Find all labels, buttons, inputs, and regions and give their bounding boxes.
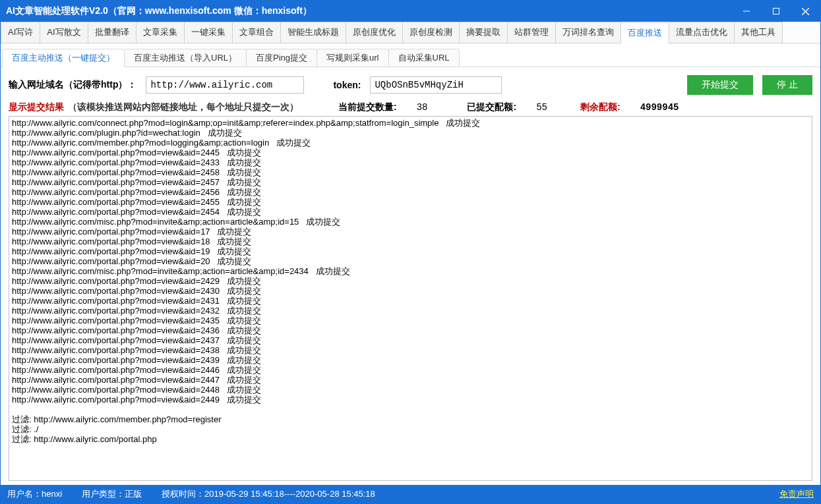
main-tab-1[interactable]: AI写散文: [40, 22, 88, 43]
disclaimer-link[interactable]: 免责声明: [779, 488, 814, 500]
log-output[interactable]: http://www.ailyric.com/connect.php?mod=l…: [9, 116, 812, 481]
sub-tab-3[interactable]: 写规则采集url: [317, 49, 388, 67]
log-line: http://www.ailyric.com/portal.php?mod=vi…: [12, 306, 809, 316]
start-submit-button[interactable]: 开始提交: [687, 75, 753, 95]
log-line: http://www.ailyric.com/portal.php?mod=vi…: [12, 316, 809, 325]
remain-quota-value: 4999945: [640, 102, 679, 113]
input-row: 输入网址域名（记得带http）： token: 开始提交 停 止: [1, 67, 820, 100]
status-user: 用户名：henxi: [7, 488, 62, 500]
svg-rect-1: [773, 9, 779, 14]
stop-button[interactable]: 停 止: [762, 75, 812, 95]
sub-tab-bar: 百度主动推送（一键提交）百度主动推送（导入URL）百度Ping提交写规则采集ur…: [1, 43, 820, 67]
log-line: http://www.ailyric.com/portal.php?mod=vi…: [12, 355, 809, 365]
filter-line: 过滤: ./: [12, 424, 809, 434]
stats-row: 显示提交结果 （该模块推送网站内部链接地址，每个地址只提交一次） 当前提交数量:…: [1, 100, 820, 116]
main-tab-8[interactable]: 原创度检测: [403, 22, 460, 43]
main-tab-2[interactable]: 批量翻译: [88, 22, 137, 43]
log-line: http://www.ailyric.com/portal.php?mod=vi…: [12, 335, 809, 345]
token-input[interactable]: [370, 76, 502, 94]
log-line: http://www.ailyric.com/portal.php?mod=vi…: [12, 345, 809, 355]
main-tab-11[interactable]: 万词排名查询: [556, 22, 621, 43]
main-tab-5[interactable]: 文章组合: [233, 22, 281, 43]
status-bar: 用户名：henxi 用户类型：正版 授权时间：2019-05-29 15:45:…: [1, 485, 820, 503]
log-line: http://www.ailyric.com/portal.php?mod=vi…: [12, 148, 809, 157]
log-line: http://www.ailyric.com/misc.php?mod=invi…: [12, 266, 809, 276]
main-tab-bar: AI写诗AI写散文批量翻译文章采集一键采集文章组合智能生成标题原创度优化原创度检…: [1, 22, 820, 43]
main-tab-3[interactable]: 文章采集: [137, 22, 185, 43]
log-line: http://www.ailyric.com/misc.php?mod=invi…: [12, 217, 809, 227]
result-label: 显示提交结果: [9, 101, 64, 113]
log-line: http://www.ailyric.com/portal.php?mod=vi…: [12, 197, 809, 207]
log-line: http://www.ailyric.com/connect.php?mod=l…: [12, 118, 809, 128]
filter-line: 过滤: http://www.ailyric.com/member.php?mo…: [12, 414, 809, 424]
status-type: 用户类型：正版: [82, 488, 142, 500]
log-line: http://www.ailyric.com/portal.php?mod=vi…: [12, 157, 809, 167]
main-tab-6[interactable]: 智能生成标题: [281, 22, 346, 43]
log-line: http://www.ailyric.com/portal.php?mod=vi…: [12, 375, 809, 385]
main-tab-9[interactable]: 摘要提取: [460, 22, 508, 43]
log-line: http://www.ailyric.com/portal.php?mod=vi…: [12, 167, 809, 177]
maximize-button[interactable]: [761, 1, 791, 22]
log-line: http://www.ailyric.com/portal.php?mod=vi…: [12, 207, 809, 217]
log-line: http://www.ailyric.com/portal.php?mod=vi…: [12, 187, 809, 197]
main-tab-10[interactable]: 站群管理: [508, 22, 556, 43]
current-count-label: 当前提交数量:: [338, 101, 397, 113]
submitted-quota-label: 已提交配额:: [467, 101, 516, 113]
sub-tab-2[interactable]: 百度Ping提交: [246, 49, 317, 67]
filter-line: 过滤: http://www.ailyric.com/portal.php: [12, 434, 809, 444]
main-tab-14[interactable]: 其他工具: [735, 22, 783, 43]
log-line: http://www.ailyric.com/portal.php?mod=vi…: [12, 237, 809, 246]
log-line: http://www.ailyric.com/portal.php?mod=vi…: [12, 256, 809, 266]
status-auth: 授权时间：2019-05-29 15:45:18----2020-05-28 1…: [162, 488, 375, 500]
token-label: token:: [333, 80, 361, 90]
main-tab-13[interactable]: 流量点击优化: [669, 22, 735, 43]
main-tab-0[interactable]: AI写诗: [1, 22, 40, 43]
log-line: http://www.ailyric.com/portal.php?mod=vi…: [12, 276, 809, 286]
log-line: http://www.ailyric.com/portal.php?mod=vi…: [12, 246, 809, 256]
log-line: http://www.ailyric.com/plugin.php?id=wec…: [12, 128, 809, 138]
main-tab-4[interactable]: 一键采集: [185, 22, 233, 43]
log-line: http://www.ailyric.com/portal.php?mod=vi…: [12, 296, 809, 306]
log-line: http://www.ailyric.com/portal.php?mod=vi…: [12, 286, 809, 296]
log-line: http://www.ailyric.com/portal.php?mod=vi…: [12, 177, 809, 187]
domain-label: 输入网址域名（记得带http）：: [9, 79, 137, 91]
log-line: http://www.ailyric.com/portal.php?mod=vi…: [12, 385, 809, 395]
sub-tab-1[interactable]: 百度主动推送（导入URL）: [124, 49, 247, 67]
log-line: http://www.ailyric.com/portal.php?mod=vi…: [12, 395, 809, 405]
close-button[interactable]: [791, 1, 820, 22]
log-line: http://www.ailyric.com/portal.php?mod=vi…: [12, 227, 809, 237]
title-bar: AI文章智能处理软件V2.0（官网：www.henxisoft.com 微信：h…: [1, 1, 820, 22]
result-hint: （该模块推送网站内部链接地址，每个地址只提交一次）: [68, 101, 299, 113]
minimize-button[interactable]: [731, 1, 761, 22]
window-title: AI文章智能处理软件V2.0（官网：www.henxisoft.com 微信：h…: [6, 5, 731, 17]
log-line: http://www.ailyric.com/portal.php?mod=vi…: [12, 365, 809, 375]
domain-input[interactable]: [146, 76, 304, 94]
log-line: http://www.ailyric.com/member.php?mod=lo…: [12, 138, 809, 148]
sub-tab-0[interactable]: 百度主动推送（一键提交）: [2, 49, 125, 67]
submitted-quota-value: 55: [536, 102, 547, 113]
current-count-value: 38: [417, 102, 428, 113]
log-line: http://www.ailyric.com/portal.php?mod=vi…: [12, 325, 809, 335]
main-tab-7[interactable]: 原创度优化: [346, 22, 403, 43]
main-tab-12[interactable]: 百度推送: [621, 22, 669, 43]
remain-quota-label: 剩余配额:: [580, 101, 621, 113]
sub-tab-4[interactable]: 自动采集URL: [388, 49, 460, 67]
